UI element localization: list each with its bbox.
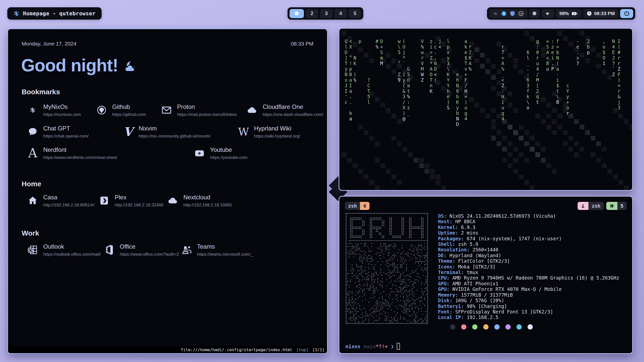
nix-snowflake-icon <box>13 11 19 17</box>
check-circle-icon[interactable] <box>518 11 524 16</box>
idle-indicator[interactable] <box>529 9 540 18</box>
workspace-5-button[interactable]: 5 <box>349 9 361 18</box>
user-icon <box>578 202 588 210</box>
bookmark-title: Office <box>120 243 179 250</box>
clock-indicator[interactable]: 08:33 PM <box>583 9 618 18</box>
matrix-column: zi>Z*AOTnK <box>430 38 432 94</box>
fastfetch-value: : SFProDisplay Nerd Font 13 [GTK2/3] <box>450 309 553 314</box>
bookmark-item-plex[interactable]: Plexhttp://192.168.2.16:32400 <box>98 193 164 208</box>
kdeconnect-icon[interactable] <box>493 11 498 16</box>
bookmark-title: Github <box>112 103 146 110</box>
shell-prompt[interactable]: nixos main *?!+ ❯ <box>345 343 400 350</box>
qutebrowser-window: Monday, June 17, 2024 08:33 PM Good nigh… <box>7 28 328 354</box>
power-button[interactable] <box>620 9 633 18</box>
fastfetch-line: Theme: FlatColor [GTK2/3] <box>438 258 619 264</box>
matrix-column: ake$Tv+F/H=)ug4 <box>464 38 467 121</box>
active-window-title-pill[interactable]: Homepage - qutebrowser <box>7 7 102 20</box>
bookmark-url: http://192.168.2.16:32400 <box>115 203 164 208</box>
bookmark-item-hyprland-wiki[interactable]: WHyprland Wikihttps://wiki.hyprland.org/ <box>237 124 300 139</box>
fastfetch-value: : AMD ATI Phoenix1 <box>447 281 498 286</box>
workspace-3-button[interactable]: 3 <box>320 9 333 18</box>
greeting: Good night! <box>21 55 138 75</box>
bookmark-title: Nerdfont <box>43 146 117 153</box>
house-icon <box>27 195 39 206</box>
bookmark-item-casa[interactable]: Casahttp://192.168.2.16:8081/#/ <box>27 193 94 208</box>
fastfetch-line: Local IP: 192.168.2.5 <box>438 314 619 320</box>
matrix-column: ehB6bKybND <box>456 72 459 127</box>
bookmark-item-nextcloud[interactable]: Nextcloudhttp://192.168.2.16:10081 <box>167 193 232 208</box>
fastfetch-value: : NixOS 24.11.20240612.57d6973 (Vicuña) <box>444 213 556 219</box>
power-icon <box>624 10 630 17</box>
fetch-terminal-window: zsh 0 zsh 5 OS: NixOS 24.11.20240612.57d… <box>339 196 633 354</box>
startpage-date: Monday, June 17, 2024 <box>22 41 76 47</box>
bluetooth-icon[interactable] <box>501 11 507 16</box>
fastfetch-line: DE: Hyprland (Wayland) <box>438 253 619 258</box>
teams-icon <box>180 244 192 255</box>
matrix-column: r7KA% <box>469 44 471 72</box>
system-tray[interactable] <box>489 9 527 18</box>
palette-color-dot <box>494 324 500 330</box>
matrix-column: w\5_" Z9 <box>398 38 400 83</box>
bookmark-url: https://wiki.hyprland.org/ <box>254 134 300 139</box>
palette-color-dot <box>505 324 511 330</box>
bookmark-item-nixvim[interactable]: VNixvimhttps://nix-community.github.io/n… <box>122 124 211 139</box>
fastfetch-key: Icons <box>438 264 452 269</box>
prompt-git-branch-name: main <box>364 343 376 349</box>
fastfetch-value: : 109G / 576G (20%) <box>450 298 504 303</box>
fastfetch-value: : tmux <box>461 269 478 275</box>
bookmark-url: https://nix-community.github.io/nixvim/ <box>139 134 211 139</box>
section-title-home: Home <box>22 180 41 188</box>
bruh-ascii-art <box>345 213 428 325</box>
bookmark-item-outlook[interactable]: Outlookhttps://outlook.office.com/mail/ <box>27 242 101 257</box>
tmux-shell-name: zsh <box>588 202 603 210</box>
fastfetch-value: : 192.168.2.5 <box>461 314 499 320</box>
bookmark-item-teams[interactable]: Teamshttps://teams.microsoft.com/_ <box>180 242 253 257</box>
fastfetch-key: CPU <box>438 275 447 281</box>
fastfetch-key: GPU <box>438 281 447 286</box>
workspace-2-button[interactable]: 2 <box>306 9 318 18</box>
bookmark-url: https://mail.proton.me/u/0/inbox <box>177 112 237 117</box>
bookmark-item-nerdfont[interactable]: ANerdfonthttps://www.nerdfonts.com/cheat… <box>27 146 117 161</box>
fastfetch-line: Font: SFProDisplay Nerd Font 13 [GTK2/3] <box>438 309 619 314</box>
bookmark-item-cloudflare-one[interactable]: Cloudflare Onehttps://one.dash.cloudflar… <box>246 103 323 118</box>
bookmark-item-github[interactable]: Githubhttps://github.com <box>96 103 146 118</box>
workspace-4-button[interactable]: 4 <box>334 9 347 18</box>
section-title-bookmarks: Bookmarks <box>22 88 60 96</box>
bookmark-title: Nextcloud <box>183 194 232 201</box>
volume-control[interactable] <box>542 9 554 18</box>
matrix-column: lpxy3\KYYhe]S <box>447 38 450 110</box>
bookmark-item-proton[interactable]: Protonhttps://mail.proton.me/u/0/inbox <box>160 103 237 118</box>
office-icon <box>103 244 115 255</box>
bookmark-item-chat-gpt[interactable]: Chat GPThttps://chat.openai.com/ <box>27 124 89 139</box>
fastfetch-line: Battery1: 98% [Charging] <box>438 303 619 309</box>
bookmark-url: https://one.dash.cloudflare.com/ <box>263 112 323 117</box>
fastfetch-value: : 644×362 <box>467 247 498 252</box>
statusbar-scroll-position: [top] <box>296 347 308 352</box>
battery-percent: 98% <box>559 11 569 16</box>
status-bar: 98% 08:33 PM <box>487 7 635 20</box>
bookmark-item-youtube[interactable]: Youtubehttps://youtube.com <box>193 146 247 161</box>
speaker-icon <box>545 11 551 16</box>
chat-bubble-icon <box>27 126 39 137</box>
fastfetch-line: Packages: 674 (nix-system), 1747 (nix-us… <box>438 236 619 241</box>
cloud-icon <box>246 104 258 116</box>
workspace-1-button[interactable] <box>290 9 304 18</box>
greeting-text: Good night! <box>21 55 118 75</box>
bookmark-item-mynixos[interactable]: MyNixOshttps://mynixos.com <box>27 103 81 118</box>
vim-icon: V <box>122 125 134 139</box>
bookmark-url: https://mynixos.com <box>43 112 81 117</box>
prompt-host: nixos <box>345 343 360 349</box>
fastfetch-value: : NVIDIA GeForce RTX 4070 Max-Q / Mobile <box>447 286 562 292</box>
tmux-statusbar: zsh 0 zsh 5 <box>345 202 627 210</box>
bookmark-item-office[interactable]: Officehttps://www.office.com/?auth=2 <box>103 242 179 257</box>
matrix-column: QlD]TyBxJI'c <box>345 38 347 105</box>
fastfetch-key: DE <box>438 253 444 258</box>
prompt-symbol: ❯ <box>391 343 394 349</box>
fastfetch-line: Host: HP 8BCA <box>438 219 619 224</box>
prompt-git-branch <box>360 343 364 349</box>
fastfetch-key: Shell <box>438 241 452 247</box>
matrix-column: f>bN(a-i$t\B <box>556 38 559 105</box>
active-workspace-dot <box>295 12 299 15</box>
battery-indicator[interactable]: 98% <box>556 9 581 18</box>
shield-icon[interactable] <box>510 11 515 17</box>
